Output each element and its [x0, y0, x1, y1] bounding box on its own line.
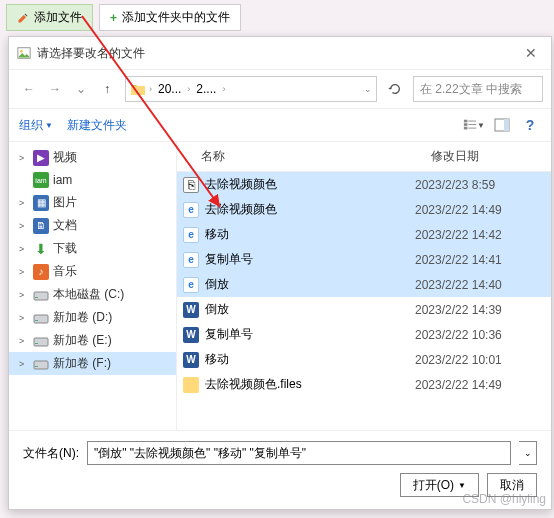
filename-label: 文件名(N): [23, 445, 79, 462]
tree-caret-icon: > [19, 198, 29, 208]
file-rows[interactable]: ⎘ 去除视频颜色 2023/2/23 8:59e 去除视频颜色 2023/2/2… [177, 172, 551, 430]
svg-rect-3 [464, 123, 468, 126]
breadcrumb-seg-1[interactable]: 20... [155, 82, 184, 96]
tree-caret-icon: > [19, 267, 29, 277]
organize-menu[interactable]: 组织 ▼ [19, 117, 53, 134]
breadcrumb[interactable]: › 20... › 2.... › ⌄ [125, 76, 377, 102]
sidebar-item[interactable]: > ♪ 音乐 [9, 260, 176, 283]
ie-icon: e [183, 277, 199, 293]
file-name: 移动 [205, 226, 409, 243]
chevron-down-icon[interactable]: ⌄ [364, 84, 372, 94]
column-name[interactable]: 名称 [177, 142, 421, 171]
chevron-right-icon: › [187, 84, 190, 94]
column-modified[interactable]: 修改日期 [421, 142, 551, 171]
file-row[interactable]: e 移动 2023/2/22 14:42 [177, 222, 551, 247]
sidebar-item-label: 下载 [53, 240, 77, 257]
file-list: 名称 修改日期 ⎘ 去除视频颜色 2023/2/23 8:59e 去除视频颜色 … [177, 142, 551, 430]
word-icon: W [183, 302, 199, 318]
disk-icon [33, 287, 49, 303]
dialog-body: > ▶ 视频 iam iam> ▦ 图片> 🗎 文档> ⬇ 下载> ♪ 音乐> … [9, 142, 551, 430]
filename-row: 文件名(N): ⌄ [9, 430, 551, 473]
svg-rect-11 [35, 297, 38, 298]
sidebar-item[interactable]: iam iam [9, 169, 176, 191]
file-row[interactable]: W 复制单号 2023/2/22 10:36 [177, 322, 551, 347]
chevron-down-icon: ▼ [45, 121, 53, 130]
sidebar-item-label: 新加卷 (F:) [53, 355, 111, 372]
sidebar-item[interactable]: > 🗎 文档 [9, 214, 176, 237]
file-row[interactable]: e 复制单号 2023/2/22 14:41 [177, 247, 551, 272]
svg-rect-9 [504, 119, 509, 131]
sidebar-item[interactable]: > 本地磁盘 (C:) [9, 283, 176, 306]
svg-rect-16 [34, 361, 48, 369]
svg-rect-17 [35, 366, 38, 367]
nav-arrows: ← → ⌄ ↑ [17, 77, 119, 101]
close-button[interactable]: ✕ [519, 43, 543, 63]
view-options-button[interactable]: ▼ [463, 115, 485, 135]
sidebar-item-label: 本地磁盘 (C:) [53, 286, 124, 303]
ie-icon: e [183, 227, 199, 243]
svg-rect-6 [468, 124, 476, 125]
sidebar-tree[interactable]: > ▶ 视频 iam iam> ▦ 图片> 🗎 文档> ⬇ 下载> ♪ 音乐> … [9, 142, 177, 430]
cancel-button-label: 取消 [500, 477, 524, 494]
nav-row: ← → ⌄ ↑ › 20... › 2.... › ⌄ 在 2.22文章 中搜索 [9, 70, 551, 109]
chevron-right-icon: › [222, 84, 225, 94]
preview-pane-icon [494, 118, 510, 132]
file-date: 2023/2/22 14:39 [415, 303, 545, 317]
sidebar-item-label: 视频 [53, 149, 77, 166]
breadcrumb-seg-2[interactable]: 2.... [193, 82, 219, 96]
svg-rect-13 [35, 320, 38, 321]
sidebar-item[interactable]: > 新加卷 (E:) [9, 329, 176, 352]
search-input[interactable]: 在 2.22文章 中搜索 [413, 76, 543, 102]
new-folder-button[interactable]: 新建文件夹 [67, 117, 127, 134]
sidebar-item[interactable]: > ▦ 图片 [9, 191, 176, 214]
nav-recent-button[interactable]: ⌄ [69, 77, 93, 101]
file-row[interactable]: 去除视频颜色.files 2023/2/22 14:49 [177, 372, 551, 397]
svg-rect-15 [35, 343, 38, 344]
folder-icon [130, 82, 146, 96]
file-row[interactable]: e 去除视频颜色 2023/2/22 14:49 [177, 197, 551, 222]
sidebar-item-label: iam [53, 173, 72, 187]
filename-input[interactable] [87, 441, 511, 465]
sidebar-item-label: 新加卷 (D:) [53, 309, 112, 326]
file-date: 2023/2/22 14:41 [415, 253, 545, 267]
video-icon: ▶ [33, 150, 49, 166]
file-row[interactable]: ⎘ 去除视频颜色 2023/2/23 8:59 [177, 172, 551, 197]
tree-caret-icon: > [19, 244, 29, 254]
nav-back-button[interactable]: ← [17, 77, 41, 101]
picture-icon [17, 46, 31, 60]
file-name: 去除视频颜色.files [205, 376, 409, 393]
music-icon: ♪ [33, 264, 49, 280]
file-row[interactable]: e 倒放 2023/2/22 14:40 [177, 272, 551, 297]
file-name: 复制单号 [205, 251, 409, 268]
tab-add-file[interactable]: 添加文件 [6, 4, 93, 31]
lnk-icon: ⎘ [183, 177, 199, 193]
nav-forward-button[interactable]: → [43, 77, 67, 101]
refresh-button[interactable] [383, 77, 407, 101]
file-date: 2023/2/22 10:36 [415, 328, 545, 342]
sidebar-item[interactable]: > ▶ 视频 [9, 146, 176, 169]
filename-dropdown[interactable]: ⌄ [519, 441, 537, 465]
disk-icon [33, 356, 49, 372]
file-date: 2023/2/22 14:42 [415, 228, 545, 242]
tree-caret-icon: > [19, 359, 29, 369]
file-date: 2023/2/23 8:59 [415, 178, 545, 192]
file-row[interactable]: W 移动 2023/2/22 10:01 [177, 347, 551, 372]
plus-icon: + [110, 11, 117, 25]
nav-up-button[interactable]: ↑ [95, 77, 119, 101]
sidebar-item[interactable]: > ⬇ 下载 [9, 237, 176, 260]
sidebar-item[interactable]: > 新加卷 (D:) [9, 306, 176, 329]
file-name: 倒放 [205, 276, 409, 293]
file-name: 移动 [205, 351, 409, 368]
file-row[interactable]: W 倒放 2023/2/22 14:39 [177, 297, 551, 322]
file-date: 2023/2/22 14:40 [415, 278, 545, 292]
preview-pane-button[interactable] [491, 115, 513, 135]
file-name: 倒放 [205, 301, 409, 318]
sidebar-item[interactable]: > 新加卷 (F:) [9, 352, 176, 375]
help-button[interactable]: ? [519, 115, 541, 135]
sidebar-item-label: 新加卷 (E:) [53, 332, 112, 349]
file-date: 2023/2/22 14:49 [415, 203, 545, 217]
sidebar-item-label: 图片 [53, 194, 77, 211]
chevron-down-icon: ▼ [458, 481, 466, 490]
file-list-header: 名称 修改日期 [177, 142, 551, 172]
tab-add-folder-files[interactable]: + 添加文件夹中的文件 [99, 4, 241, 31]
